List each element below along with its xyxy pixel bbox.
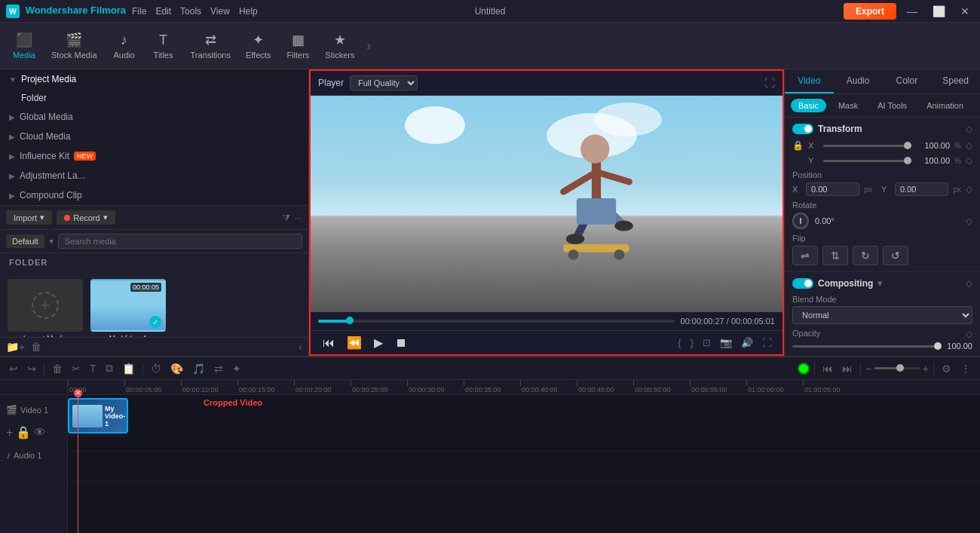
snapshot-button[interactable]: 📷 xyxy=(717,335,735,350)
volume-button[interactable]: 🔊 xyxy=(738,335,756,350)
media-filter-icon[interactable]: ⧩ xyxy=(283,213,290,223)
flip-horizontal-button[interactable]: ⇌ xyxy=(792,246,818,265)
flip-vertical-button[interactable]: ⇅ xyxy=(822,246,848,265)
play-button[interactable]: ▶ xyxy=(369,334,387,351)
panel-add-folder-icon[interactable]: 📁+ xyxy=(6,341,25,353)
quality-select[interactable]: Full Quality xyxy=(350,75,418,90)
video-clip[interactable]: My Video-1 xyxy=(68,398,128,433)
step-back-button[interactable]: ⏪ xyxy=(342,334,366,351)
pos-x-input[interactable]: 0.00 xyxy=(806,182,859,196)
tl-settings-button[interactable]: ⚙ xyxy=(939,361,954,376)
toolbar-effects[interactable]: ✦ Effects xyxy=(240,29,277,63)
toolbar-audio[interactable]: ♪ Audio xyxy=(106,29,142,63)
tl-more-button[interactable]: ⋮ xyxy=(957,361,974,376)
tl-cut-button[interactable]: ✂ xyxy=(69,361,84,376)
scale-x-expand[interactable]: ◇ xyxy=(966,140,972,151)
tab-speed[interactable]: Speed xyxy=(931,69,980,93)
go-start-button[interactable]: ⏮ xyxy=(318,335,339,351)
menu-edit[interactable]: Edit xyxy=(155,6,171,17)
sub-tab-basic[interactable]: Basic xyxy=(791,99,826,112)
tl-text-button[interactable]: T xyxy=(87,361,100,376)
rotate-dial[interactable] xyxy=(792,213,809,229)
tab-video[interactable]: Video xyxy=(785,69,834,93)
nav-adjustment-layer[interactable]: ▶ Adjustment La... xyxy=(0,166,308,185)
zoom-in-icon[interactable]: + xyxy=(923,363,929,375)
record-button[interactable]: Record ▾ xyxy=(57,210,115,225)
panel-collapse-icon[interactable]: ‹ xyxy=(299,341,302,353)
close-button[interactable]: ✕ xyxy=(956,4,974,19)
zoom-out-icon[interactable]: − xyxy=(865,363,871,375)
timeline-scroll-area[interactable]: 00:00 00:00:05:00 00:00:10:00 00:00:15:0… xyxy=(68,380,980,533)
tl-paste-button[interactable]: 📋 xyxy=(119,361,138,376)
preview-progress-bar[interactable] xyxy=(318,320,675,323)
add-track-icon[interactable]: + xyxy=(6,426,13,440)
import-button[interactable]: Import ▾ xyxy=(6,210,52,225)
blend-mode-select[interactable]: Normal xyxy=(792,306,972,324)
transform-expand-icon[interactable]: ◇ xyxy=(966,124,972,134)
progress-handle[interactable] xyxy=(346,317,354,324)
toolbar-stock-media[interactable]: 🎬 Stock Media xyxy=(45,29,103,63)
import-media-item[interactable]: + Import Media xyxy=(8,279,83,337)
nav-cloud-media[interactable]: ▶ Cloud Media xyxy=(0,127,308,146)
compositing-toggle[interactable] xyxy=(792,278,813,289)
minimize-button[interactable]: — xyxy=(902,4,922,19)
toolbar-filters[interactable]: ▦ Filters xyxy=(280,29,316,63)
video-media-box[interactable]: 00:00:05 ✓ xyxy=(90,279,166,332)
track-lock-icon[interactable]: 🔒 xyxy=(16,425,31,440)
playhead[interactable]: ✕ xyxy=(78,395,78,533)
mark-out-button[interactable]: } xyxy=(688,335,697,350)
preview-expand-icon[interactable]: ⛶ xyxy=(764,77,775,89)
menu-view[interactable]: View xyxy=(210,6,230,17)
tl-color-button[interactable]: 🎨 xyxy=(167,361,186,376)
toolbar-media[interactable]: ⬛ Media xyxy=(6,29,42,63)
tl-copy-button[interactable]: ⧉ xyxy=(103,360,116,376)
toolbar-more-arrow[interactable]: › xyxy=(363,39,373,53)
tab-audio[interactable]: Audio xyxy=(834,69,883,93)
video-media-item[interactable]: 00:00:05 ✓ My Video-1 xyxy=(90,279,166,337)
nav-compound-clip[interactable]: ▶ Compound Clip xyxy=(0,185,308,205)
mark-in-button[interactable]: { xyxy=(675,335,684,350)
toolbar-stickers[interactable]: ★ Stickers xyxy=(319,29,360,63)
tl-transition-button[interactable]: ⇄ xyxy=(211,361,226,376)
scale-y-expand[interactable]: ◇ xyxy=(966,155,972,166)
export-button[interactable]: Export xyxy=(844,3,896,20)
search-input[interactable] xyxy=(58,234,302,249)
scale-lock-icon[interactable]: 🔒 xyxy=(792,140,804,151)
opacity-slider[interactable] xyxy=(792,345,942,348)
tl-redo-button[interactable]: ↪ xyxy=(24,361,39,376)
tl-speed-button[interactable]: ⏱ xyxy=(148,361,164,376)
menu-help[interactable]: Help xyxy=(239,6,258,17)
panel-delete-icon[interactable]: 🗑 xyxy=(31,341,41,353)
import-media-box[interactable]: + xyxy=(8,279,83,332)
tl-undo-button[interactable]: ↩ xyxy=(6,361,21,376)
menu-tools[interactable]: Tools xyxy=(180,6,201,17)
track-eye-icon[interactable]: 👁 xyxy=(34,426,46,440)
scale-y-slider[interactable] xyxy=(823,160,911,162)
sub-tab-mask[interactable]: Mask xyxy=(831,99,865,112)
maximize-button[interactable]: ⬜ xyxy=(928,4,950,19)
position-expand[interactable]: ◇ xyxy=(966,184,972,195)
toolbar-transitions[interactable]: ⇄ Transitions xyxy=(185,29,237,63)
rotate-expand[interactable]: ◇ xyxy=(966,216,972,226)
nav-global-media[interactable]: ▶ Global Media xyxy=(0,107,308,127)
nav-folder[interactable]: Folder xyxy=(0,89,308,107)
transform-toggle[interactable] xyxy=(792,124,813,134)
crop-button[interactable]: ⊡ xyxy=(700,335,714,350)
rotate-cw-button[interactable]: ↻ xyxy=(853,246,878,265)
tl-audio-button[interactable]: 🎵 xyxy=(189,361,208,376)
tl-play-next-button[interactable]: ⏭ xyxy=(839,361,856,376)
sub-tab-ai-tools[interactable]: AI Tools xyxy=(870,99,914,112)
pos-y-input[interactable]: 0.00 xyxy=(895,182,948,196)
nav-influence-kit[interactable]: ▶ Influence Kit NEW xyxy=(0,146,308,166)
media-more-icon[interactable]: ··· xyxy=(295,213,302,223)
tl-effect-button[interactable]: ✦ xyxy=(229,361,244,376)
stop-button[interactable]: ⏹ xyxy=(390,335,412,351)
scale-x-slider[interactable] xyxy=(823,145,911,147)
compositing-expand-icon[interactable]: ◇ xyxy=(966,278,972,289)
tl-delete-button[interactable]: 🗑 xyxy=(49,361,66,376)
default-sort-button[interactable]: Default xyxy=(6,234,44,248)
opacity-expand-icon[interactable]: ◇ xyxy=(966,329,972,339)
sub-tab-animation[interactable]: Animation xyxy=(919,99,971,112)
opacity-handle[interactable] xyxy=(934,342,942,350)
fullscreen-button[interactable]: ⛶ xyxy=(759,335,775,350)
